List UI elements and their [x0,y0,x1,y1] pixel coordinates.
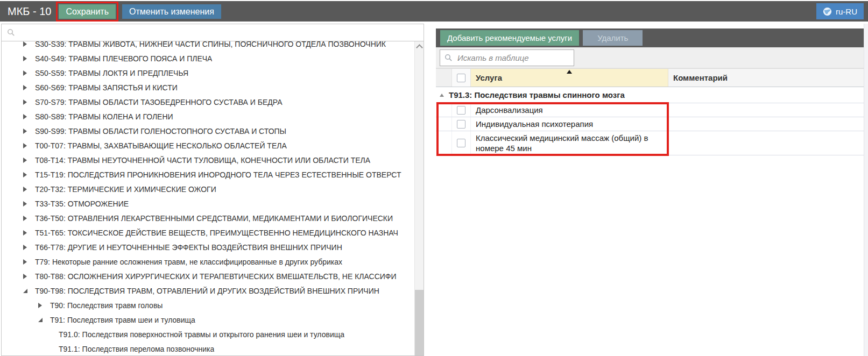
expand-icon[interactable] [23,187,32,192]
row-checkbox[interactable] [457,139,465,147]
tree-item[interactable]: T90: Последствия травм головы [2,298,414,312]
tree-item-label: T00-T07: ТРАВМЫ, ЗАХВАТЫВАЮЩИЕ НЕСКОЛЬКО… [35,141,287,150]
group-label: T91.3: Последствия травмы спинного мозга [449,90,625,99]
expand-icon[interactable] [23,114,32,119]
comment-cell[interactable] [668,117,864,131]
scrollbar-thumb[interactable] [415,290,424,355]
triangle-glyph [23,158,27,163]
tree-search-input[interactable] [15,25,424,40]
service-name: Индивидуальная психотерапия [476,119,593,129]
expand-icon[interactable] [23,230,32,236]
tree-item[interactable]: S60-S69: ТРАВМЫ ЗАПЯСТЬЯ И КИСТИ [2,80,414,95]
tree-item[interactable]: T33-T35: ОТМОРОЖЕНИЕ [2,196,414,211]
tree-item[interactable]: T91.1: Последствия перелома позвоночника [2,341,414,355]
tree-item[interactable]: T91.0: Последствия поверхностной травмы … [2,327,414,341]
service-cell[interactable]: Индивидуальная психотерапия [471,117,668,131]
tree-item[interactable]: T15-T19: ПОСЛЕДСТВИЯ ПРОНИКНОВЕНИЯ ИНОРО… [2,167,414,182]
row-checkbox[interactable] [457,106,465,115]
expand-icon[interactable] [23,70,32,76]
table-search-input[interactable] [453,51,574,65]
expand-icon[interactable] [23,41,32,47]
service-row[interactable]: Индивидуальная психотерапия [436,117,864,131]
tree-item-label: T90: Последствия травм головы [50,301,163,310]
expand-icon[interactable] [23,259,32,265]
expand-icon[interactable] [23,158,32,163]
expand-icon[interactable] [23,245,32,250]
add-recommended-services-button[interactable]: Добавить рекомендуемые услуги [440,30,579,46]
tree-item[interactable]: T66-T78: ДРУГИЕ И НЕУТОЧНЕННЫЕ ЭФФЕКТЫ В… [2,240,414,254]
row-checkbox-cell [452,117,471,131]
services-panel: Добавить рекомендуемые услуги Удалить [436,24,864,356]
expand-icon[interactable] [23,129,32,134]
service-name: Дарсонвализация [476,105,543,115]
search-icon [444,54,453,62]
tree-item-label: T79: Некоторые ранние осложнения травм, … [35,258,342,266]
page-title: МКБ - 10 [8,5,51,18]
tree-search-bar [2,24,424,41]
expand-icon[interactable] [38,303,47,308]
column-header-service[interactable]: Услуга [471,69,668,87]
tree-item[interactable]: S40-S49: ТРАВМЫ ПЛЕЧЕВОГО ПОЯСА И ПЛЕЧА [2,51,414,66]
service-cell[interactable]: Классический медицинский массаж (общий) … [471,131,668,155]
search-icon [7,29,15,37]
locale-button[interactable]: ru-RU [816,3,864,19]
expand-icon[interactable] [23,56,32,61]
tree-item[interactable]: T90-T98: ПОСЛЕДСТВИЯ ТРАВМ, ОТРАВЛЕНИЙ И… [2,283,414,298]
globe-icon [823,7,832,16]
collapse-group-icon[interactable] [440,94,444,97]
tree-item[interactable]: T00-T07: ТРАВМЫ, ЗАХВАТЫВАЮЩИЕ НЕСКОЛЬКО… [2,138,414,153]
expand-icon[interactable] [23,216,32,221]
save-annotation-box: Сохранить [56,2,118,22]
tree-item[interactable]: S30-S39: ТРАВМЫ ЖИВОТА, НИЖНЕЙ ЧАСТИ СПИ… [2,41,414,51]
tree-item[interactable]: S70-S79: ТРАВМЫ ОБЛАСТИ ТАЗОБЕДРЕННОГО С… [2,95,414,109]
table-search-bar [436,47,864,68]
tree-item[interactable]: S50-S59: ТРАВМЫ ЛОКТЯ И ПРЕДПЛЕЧЬЯ [2,66,414,80]
triangle-glyph [23,129,27,134]
tree-item[interactable]: T79: Некоторые ранние осложнения травм, … [2,254,414,269]
scroll-up-icon[interactable] [416,44,423,51]
triangle-glyph [23,172,27,177]
expand-icon[interactable] [23,201,32,207]
column-header-comment[interactable]: Комментарий [668,69,864,87]
service-row[interactable]: Дарсонвализация [436,103,864,117]
collapse-icon[interactable] [38,318,47,322]
row-checkbox-cell [452,103,471,117]
tree-item[interactable]: S80-S89: ТРАВМЫ КОЛЕНА И ГОЛЕНИ [2,109,414,124]
tree-item[interactable]: T20-T32: ТЕРМИЧЕСКИЕ И ХИМИЧЕСКИЕ ОЖОГИ [2,182,414,196]
tree-item[interactable]: T51-T65: ТОКСИЧЕСКОЕ ДЕЙСТВИЕ ВЕЩЕСТВ, П… [2,225,414,240]
row-indent-cell [436,103,452,117]
service-row[interactable]: Классический медицинский массаж (общий) … [436,131,864,155]
collapse-icon[interactable] [23,289,32,293]
expand-icon[interactable] [23,99,32,105]
tree-item[interactable]: T08-T14: ТРАВМЫ НЕУТОЧНЕННОЙ ЧАСТИ ТУЛОВ… [2,153,414,167]
select-all-checkbox[interactable] [457,74,465,82]
group-row[interactable]: T91.3: Последствия травмы спинного мозга [436,87,864,103]
triangle-glyph [23,114,27,119]
expand-icon[interactable] [23,172,32,177]
cancel-changes-button[interactable]: Отменить изменения [122,4,221,19]
triangle-glyph [23,230,27,236]
tree-item[interactable]: T36-T50: ОТРАВЛЕНИЯ ЛЕКАРСТВЕННЫМИ СРЕДС… [2,211,414,225]
tree-item-label: S50-S59: ТРАВМЫ ЛОКТЯ И ПРЕДПЛЕЧЬЯ [35,69,188,77]
service-cell[interactable]: Дарсонвализация [471,103,668,117]
comment-cell[interactable] [668,103,864,117]
tree-item-label: T91.1: Последствия перелома позвоночника [59,345,214,353]
expand-icon[interactable] [23,85,32,90]
tree-item-label: S40-S49: ТРАВМЫ ПЛЕЧЕВОГО ПОЯСА И ПЛЕЧА [35,54,212,63]
tree-item-label: T91.0: Последствия поверхностной травмы … [59,330,344,339]
delete-button[interactable]: Удалить [583,30,643,46]
save-button[interactable]: Сохранить [59,4,116,19]
tree-item[interactable]: T80-T88: ОСЛОЖНЕНИЯ ХИРУРГИЧЕСКИХ И ТЕРА… [2,269,414,283]
row-checkbox[interactable] [457,120,465,129]
tree-scrollbar[interactable] [414,41,424,355]
tree-item[interactable]: T91: Последствия травм шеи и туловища [2,312,414,327]
comment-cell[interactable] [668,131,864,155]
tree-item[interactable]: S90-S99: ТРАВМЫ ОБЛАСТИ ГОЛЕНОСТОПНОГО С… [2,124,414,138]
triangle-glyph [23,56,27,61]
icd-tree-panel: S30-S39: ТРАВМЫ ЖИВОТА, НИЖНЕЙ ЧАСТИ СПИ… [1,24,424,356]
sort-asc-icon [567,70,572,74]
row-checkbox-cell [452,131,471,155]
expand-icon[interactable] [23,274,32,279]
expand-icon[interactable] [23,143,32,148]
triangle-glyph [38,303,42,308]
